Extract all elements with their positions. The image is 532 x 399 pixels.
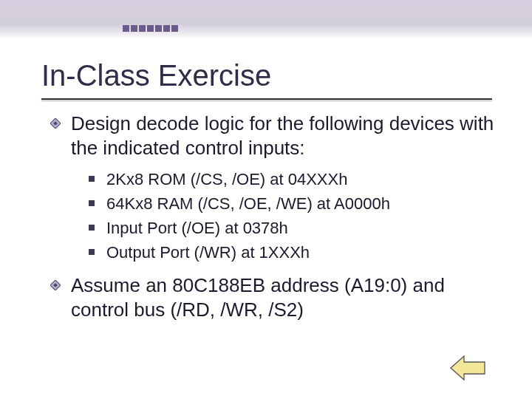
sub-bullet: 2Kx8 ROM (/CS, /OE) at 04XXXh <box>89 167 502 191</box>
diamond-bullet-icon <box>50 118 61 129</box>
sub-text: 64Kx8 RAM (/CS, /OE, /WE) at A0000h <box>106 194 390 213</box>
back-arrow-button[interactable] <box>449 353 486 383</box>
slide-content: Design decode logic for the following de… <box>0 100 532 321</box>
decorative-squares <box>123 25 178 32</box>
slide: In-Class Exercise Design decode logic fo… <box>0 0 532 399</box>
header-gradient <box>0 0 532 38</box>
bullet2-text: Assume an 80C188EB address (A19:0) and c… <box>71 274 445 321</box>
sub-bullet: Output Port (/WR) at 1XXXh <box>89 240 502 265</box>
diamond-bullet-icon <box>50 280 61 290</box>
slide-title: In-Class Exercise <box>0 38 532 98</box>
square-bullet-icon <box>89 176 95 182</box>
sub-bullet: 64Kx8 RAM (/CS, /OE, /WE) at A0000h <box>89 191 502 216</box>
bullet-level1: Assume an 80C188EB address (A19:0) and c… <box>53 273 502 321</box>
sub-text: 2Kx8 ROM (/CS, /OE) at 04XXXh <box>106 170 347 188</box>
sub-text: Output Port (/WR) at 1XXXh <box>106 243 310 262</box>
square-bullet-icon <box>89 200 95 206</box>
bullet1-text: Design decode logic for the following de… <box>71 112 494 159</box>
square-bullet-icon <box>89 225 95 231</box>
sub-bullet-list: 2Kx8 ROM (/CS, /OE) at 04XXXh 64Kx8 RAM … <box>53 167 502 265</box>
bullet-level1: Design decode logic for the following de… <box>53 112 502 160</box>
sub-bullet: Input Port (/OE) at 0378h <box>89 216 502 240</box>
square-bullet-icon <box>89 249 95 255</box>
sub-text: Input Port (/OE) at 0378h <box>106 219 288 237</box>
